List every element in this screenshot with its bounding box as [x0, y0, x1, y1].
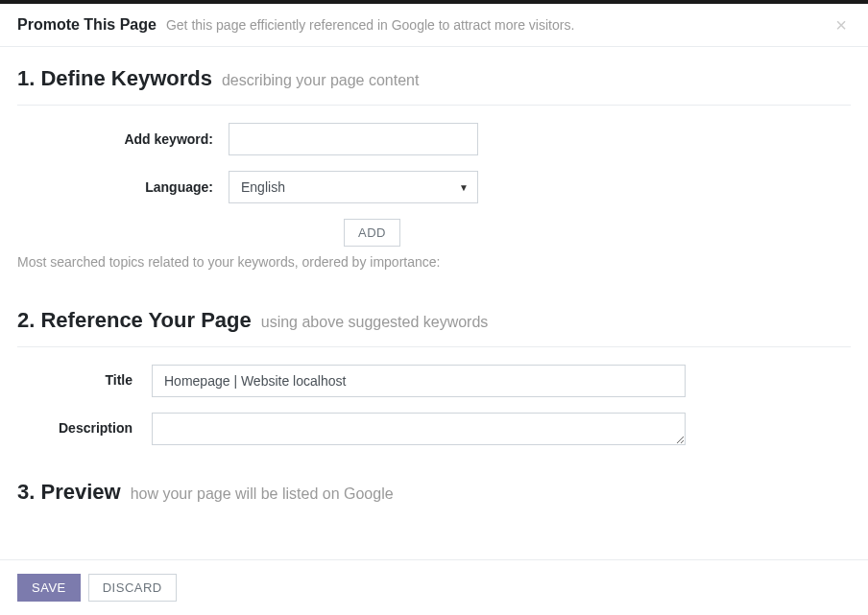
section-heading-preview: 3. Preview how your page will be listed …	[17, 480, 851, 518]
language-select-wrapper: English ▼	[229, 171, 478, 203]
modal-subtitle: Get this page efficiently referenced in …	[166, 17, 574, 33]
close-button[interactable]: ×	[832, 15, 851, 35]
modal-footer: SAVE DISCARD	[0, 559, 868, 615]
form-row-title: Title	[17, 365, 851, 397]
close-icon: ×	[835, 14, 847, 35]
description-textarea[interactable]	[152, 413, 686, 445]
form-row-description: Description	[17, 413, 851, 445]
section-heading-keywords: 1. Define Keywords describing your page …	[17, 66, 851, 106]
section-heading-reference: 2. Reference Your Page using above sugge…	[17, 308, 851, 347]
description-label: Description	[17, 413, 152, 436]
section-title-keywords: 1. Define Keywords	[17, 66, 212, 91]
section-reference: 2. Reference Your Page using above sugge…	[17, 308, 851, 445]
add-button[interactable]: ADD	[344, 219, 400, 247]
language-label: Language:	[17, 179, 229, 195]
section-preview: 3. Preview how your page will be listed …	[17, 480, 851, 518]
modal-body[interactable]: 1. Define Keywords describing your page …	[0, 47, 868, 546]
modal-header: Promote This Page Get this page efficien…	[0, 4, 868, 47]
title-label: Title	[17, 365, 152, 388]
add-button-row: ADD	[17, 219, 851, 247]
section-subtitle-keywords: describing your page content	[222, 72, 419, 89]
modal-header-left: Promote This Page Get this page efficien…	[17, 16, 574, 34]
modal-content: 1. Define Keywords describing your page …	[0, 47, 868, 546]
form-row-language: Language: English ▼	[17, 171, 851, 203]
keywords-hint: Most searched topics related to your key…	[17, 254, 851, 270]
section-subtitle-reference: using above suggested keywords	[261, 314, 489, 331]
save-button[interactable]: SAVE	[17, 574, 81, 602]
section-title-reference: 2. Reference Your Page	[17, 308, 252, 333]
section-title-preview: 3. Preview	[17, 480, 121, 505]
keyword-label: Add keyword:	[17, 131, 229, 147]
title-input[interactable]	[152, 365, 686, 397]
section-subtitle-preview: how your page will be listed on Google	[131, 485, 394, 503]
modal-title: Promote This Page	[17, 16, 157, 34]
form-row-keyword: Add keyword:	[17, 123, 851, 155]
discard-button[interactable]: DISCARD	[88, 574, 177, 602]
keyword-input[interactable]	[229, 123, 478, 155]
language-select[interactable]: English	[229, 171, 478, 203]
